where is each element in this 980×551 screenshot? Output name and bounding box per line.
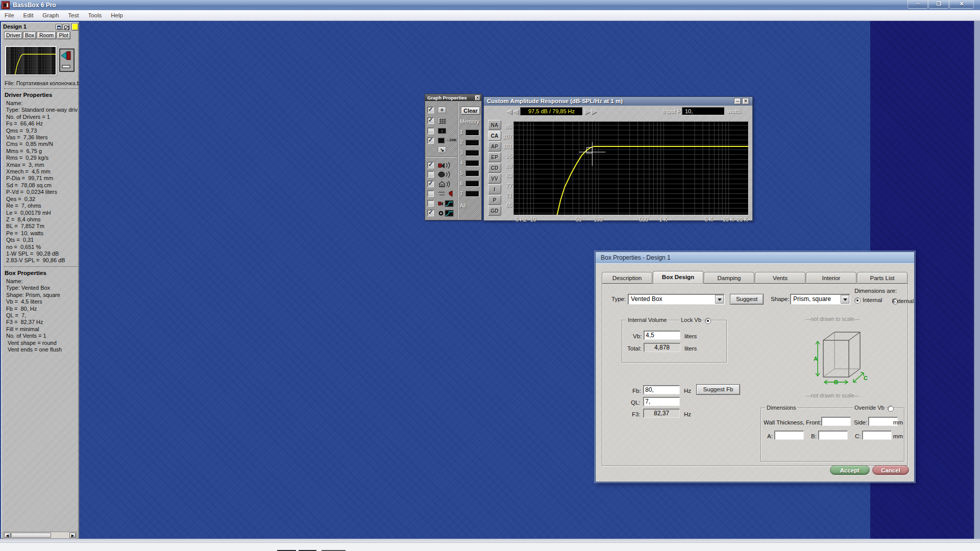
dialog-tab-vents[interactable]: Vents — [755, 272, 805, 284]
scroll-right-arrow[interactable]: ▶ — [69, 533, 76, 538]
internal-radio[interactable] — [854, 297, 861, 304]
design-panel-hscrollbar[interactable]: ◀ ▶ — [3, 532, 77, 539]
grid-checkbox[interactable] — [427, 117, 434, 124]
dialog-tab-parts-list[interactable]: Parts List — [857, 272, 908, 284]
dialog-tab-box-design[interactable]: Box Design — [653, 271, 703, 284]
override-vb-label: Override Vb — [853, 405, 886, 411]
design-tab-driver[interactable]: Driver — [4, 32, 22, 39]
mic-curve-icon — [438, 210, 455, 217]
sweep-range-20k-checkbox[interactable] — [427, 137, 434, 144]
suggest-fb-button[interactable]: Suggest Fb — [696, 384, 740, 395]
menu-help[interactable]: Help — [106, 10, 128, 20]
passive-radiator-checkbox[interactable] — [427, 171, 434, 178]
thumbnail-chart — [6, 47, 56, 74]
property-line: 2.83-V SPL = 90,86 dB — [5, 257, 80, 264]
graph-close-button[interactable]: ✕ — [742, 98, 749, 105]
speaker-response-icon — [438, 162, 455, 169]
main-window-titlebar[interactable]: BassBox 6 Pro ─ ❐ ✕ — [0, 0, 980, 10]
cursor-right-icon[interactable]: ▶ — [585, 108, 590, 115]
property-line: Vent ends = one flush — [5, 346, 80, 353]
vb-input[interactable] — [644, 331, 680, 340]
restore-button[interactable]: ❐ — [928, 0, 949, 9]
x-axis-tick: 5 Hz — [516, 216, 527, 222]
dim-b-input[interactable] — [818, 431, 848, 440]
dialog-tab-description[interactable]: Description — [602, 272, 652, 284]
menu-test[interactable]: Test — [63, 10, 83, 20]
memory-slot-5[interactable] — [465, 170, 479, 177]
speaker-box-icon — [59, 48, 75, 73]
memory-slot-4[interactable] — [465, 160, 479, 166]
memory-slot-6[interactable] — [465, 181, 479, 187]
save-button[interactable] — [56, 24, 62, 30]
cancel-button[interactable]: Cancel — [872, 465, 909, 475]
palette-close-button[interactable]: ✕ — [475, 95, 480, 101]
clear-memory-button[interactable]: Clear — [461, 107, 480, 115]
amplitude-response-plot[interactable] — [513, 121, 749, 215]
divider — [457, 103, 458, 219]
speaker-response-checkbox[interactable] — [427, 162, 434, 168]
chevron-down-icon[interactable] — [841, 295, 849, 304]
amplitude-scale-checkbox[interactable] — [427, 128, 434, 134]
filter-network-checkbox[interactable] — [427, 190, 434, 197]
suggest-button[interactable]: Suggest — [730, 294, 764, 305]
graph-minimize-button[interactable]: ─ — [734, 98, 741, 105]
taskbar[interactable] — [0, 542, 980, 551]
dialog-tab-interior[interactable]: Interior — [806, 272, 856, 284]
graph-properties-titlebar[interactable]: Graph Properties — [425, 94, 481, 101]
divider — [4, 266, 79, 267]
property-line: Shape: Prism, square — [5, 292, 80, 298]
ql-input[interactable] — [643, 397, 680, 406]
scroll-left-arrow[interactable]: ◀ — [4, 533, 11, 538]
memory-slot-number: 7 — [460, 190, 464, 196]
dialog-tab-damping[interactable]: Damping — [704, 272, 754, 284]
design-tab-room[interactable]: Room — [37, 32, 56, 39]
plot-color-swatch[interactable] — [71, 23, 79, 31]
lock-vb-radio[interactable] — [705, 318, 711, 324]
memory-slot-7[interactable] — [465, 191, 479, 197]
property-line: Vas = 7,36 liters — [5, 134, 80, 141]
menu-tools[interactable]: Tools — [83, 10, 106, 20]
memory-slot-number: 4 — [460, 160, 464, 166]
property-line: Qts = 0,31 — [5, 237, 80, 243]
chevron-down-icon[interactable] — [715, 295, 724, 304]
design-tab-plot[interactable]: Plot — [57, 32, 70, 39]
close-button[interactable]: ✕ — [949, 0, 974, 9]
dim-a-label: A — [814, 356, 818, 362]
y-axis-tick: 95 — [500, 153, 512, 159]
minimize-button[interactable]: ─ — [908, 0, 928, 9]
crosshair-checkbox[interactable] — [427, 107, 434, 113]
internal-label: Internal — [863, 297, 882, 303]
room-response-checkbox[interactable] — [427, 181, 434, 187]
vertical-scrollbar[interactable] — [974, 21, 980, 540]
dim-c-input[interactable] — [862, 431, 892, 440]
menu-file[interactable]: File — [0, 10, 19, 20]
shape-combobox[interactable]: Prism, square — [790, 294, 850, 305]
accept-button[interactable]: Accept — [830, 465, 870, 475]
duplicate-button[interactable] — [63, 24, 69, 30]
scrollbar-thumb[interactable] — [11, 533, 51, 538]
mic-curve-checkbox[interactable] — [427, 210, 434, 216]
memory-slot-3[interactable] — [465, 150, 479, 156]
menu-graph[interactable]: Graph — [38, 10, 63, 20]
fb-input[interactable] — [643, 385, 680, 394]
memory-slot-1[interactable] — [465, 130, 479, 136]
dim-a-input[interactable] — [774, 431, 804, 440]
wall-front-input[interactable] — [821, 417, 851, 426]
property-line: No. of Drivers = 1 — [5, 114, 80, 120]
memory-slot-2[interactable] — [465, 140, 479, 146]
cursor-step-right-icon[interactable]: ▶ — [592, 108, 597, 115]
graph-toggle-row — [427, 171, 457, 179]
design-tab-box[interactable]: Box — [23, 32, 36, 39]
box-type-combobox[interactable]: Vented Box — [628, 294, 725, 305]
property-line: Qes = 0,32 — [5, 196, 80, 203]
cursor-step-left-icon[interactable]: ◀ — [507, 108, 512, 115]
c-label: C: — [855, 433, 861, 439]
cursor-left-icon[interactable]: ◀ — [513, 108, 519, 115]
dialog-titlebar[interactable]: Box Properties - Design 1 — [596, 252, 914, 263]
input-power-field[interactable]: 10, — [682, 107, 725, 115]
override-vb-radio[interactable] — [888, 406, 894, 412]
dimensions-legend: Dimensions — [765, 405, 797, 411]
graph-window-titlebar[interactable]: Custom Amplitude Response (dB-SPL/Hz at … — [484, 97, 752, 106]
menu-edit[interactable]: Edit — [19, 10, 38, 20]
speaker-curve-checkbox[interactable] — [427, 200, 434, 207]
